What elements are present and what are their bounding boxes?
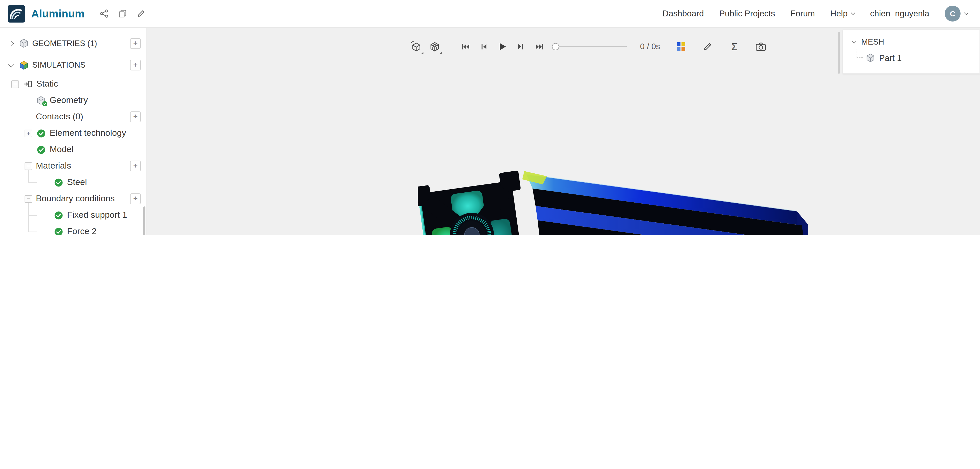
tree-connector xyxy=(857,49,863,58)
step-back-button[interactable] xyxy=(476,39,492,54)
tree-item-static[interactable]: − Static xyxy=(0,76,146,92)
tree-item-element-technology[interactable]: + Element technology xyxy=(0,125,146,141)
share-icon[interactable] xyxy=(100,9,109,18)
expand-icon[interactable]: + xyxy=(25,129,32,137)
legend-colormap-button[interactable] xyxy=(673,39,689,54)
model-3d-render[interactable] xyxy=(418,163,812,234)
part-label: Part 1 xyxy=(879,53,902,63)
chevron-down-icon xyxy=(851,11,855,15)
tree-section-simulations[interactable]: SIMULATIONS + xyxy=(0,54,146,76)
time-display: 0 / 0s xyxy=(640,42,660,51)
app-window: Aluminum Dashboard Public Projects Forum… xyxy=(0,0,980,234)
check-circle-icon xyxy=(53,210,64,220)
view-orientation-button[interactable] xyxy=(409,39,424,54)
play-button[interactable] xyxy=(495,39,510,54)
nav-forum[interactable]: Forum xyxy=(791,9,815,18)
nav-username[interactable]: chien_nguyenla xyxy=(870,9,929,18)
user-menu[interactable]: C xyxy=(945,6,968,22)
statistics-sigma-button[interactable]: Σ xyxy=(727,39,742,54)
tree-item-model[interactable]: Model xyxy=(0,141,146,158)
add-contact-button[interactable]: + xyxy=(130,112,141,122)
collapse-icon[interactable]: − xyxy=(25,162,32,170)
chevron-right-icon[interactable] xyxy=(7,39,15,47)
tree: GEOMETRIES (1) + SIMULATIONS + − Static xyxy=(0,33,146,234)
simulation-tree-sidebar: GEOMETRIES (1) + SIMULATIONS + − Static xyxy=(0,28,146,234)
nav-help-label: Help xyxy=(830,9,848,18)
check-circle-icon xyxy=(53,227,64,234)
app-logo-icon[interactable] xyxy=(7,4,25,23)
viewer-scrollbar[interactable] xyxy=(838,32,840,74)
collapse-icon[interactable]: − xyxy=(11,80,19,88)
chevron-down-icon[interactable] xyxy=(7,61,15,69)
project-title: Aluminum xyxy=(31,8,85,20)
timeline-slider[interactable] xyxy=(552,39,627,54)
probe-pencil-button[interactable] xyxy=(700,39,715,54)
skip-to-start-button[interactable] xyxy=(458,39,473,54)
step-forward-button[interactable] xyxy=(513,39,528,54)
add-geometry-button[interactable]: + xyxy=(130,38,141,49)
dropdown-caret-icon xyxy=(422,52,423,54)
tree-connector xyxy=(28,170,29,182)
static-analysis-icon xyxy=(22,79,33,89)
skip-to-end-button[interactable] xyxy=(531,39,547,54)
add-boundary-condition-button[interactable]: + xyxy=(130,193,141,204)
tree-item-steel[interactable]: Steel xyxy=(0,174,146,191)
viewer-toolbar: 0 / 0s Σ xyxy=(409,39,768,54)
slider-track[interactable] xyxy=(552,46,627,47)
chevron-down-icon xyxy=(852,39,856,43)
screenshot-camera-button[interactable] xyxy=(753,39,768,54)
add-simulation-button[interactable]: + xyxy=(130,60,141,70)
copy-icon[interactable] xyxy=(119,9,127,18)
slider-knob[interactable] xyxy=(552,43,559,50)
chevron-down-icon xyxy=(964,11,969,15)
mesh-visibility-button[interactable] xyxy=(427,39,442,54)
edit-pencil-icon[interactable] xyxy=(137,9,146,18)
section-label: SIMULATIONS xyxy=(32,61,86,70)
tree-item-boundary-conditions[interactable]: − Boundary conditions + xyxy=(0,191,146,207)
viewport-3d[interactable]: 0 / 0s Σ xyxy=(146,28,980,234)
tree-connector xyxy=(28,215,37,216)
simulation-cube-icon xyxy=(18,60,29,70)
section-label: GEOMETRIES (1) xyxy=(32,39,97,48)
top-bar: Aluminum Dashboard Public Projects Forum… xyxy=(0,0,980,28)
tree-connector xyxy=(28,203,29,231)
dropdown-caret-icon xyxy=(440,52,442,54)
check-circle-icon xyxy=(36,144,46,155)
nav-public-projects[interactable]: Public Projects xyxy=(719,9,775,18)
part-cube-icon xyxy=(866,53,875,62)
tree-item-geometry[interactable]: Geometry xyxy=(0,92,146,108)
add-material-button[interactable]: + xyxy=(130,161,141,171)
nav-dashboard[interactable]: Dashboard xyxy=(663,9,704,18)
tree-connector xyxy=(28,231,37,232)
geometry-check-icon xyxy=(36,95,46,105)
sidebar-scrollbar[interactable] xyxy=(143,206,145,234)
geometry-cube-icon xyxy=(18,38,29,48)
scene-tree-part-1[interactable]: Part 1 xyxy=(843,50,980,66)
tree-item-materials[interactable]: − Materials + xyxy=(0,158,146,174)
collapse-icon[interactable]: − xyxy=(25,195,32,203)
mesh-section-header[interactable]: MESH xyxy=(843,34,980,50)
mesh-section-label: MESH xyxy=(861,37,884,46)
avatar[interactable]: C xyxy=(945,6,961,22)
nav-help-menu[interactable]: Help xyxy=(830,9,855,18)
tree-item-fixed-support-1[interactable]: Fixed support 1 xyxy=(0,207,146,223)
tree-section-geometries[interactable]: GEOMETRIES (1) + xyxy=(0,33,146,54)
tree-item-contacts[interactable]: Contacts (0) + xyxy=(0,108,146,125)
tree-connector xyxy=(28,182,37,183)
check-circle-icon xyxy=(53,177,64,188)
check-circle-icon xyxy=(36,128,46,138)
tree-item-force-2[interactable]: Force 2 xyxy=(0,223,146,234)
scene-tree-panel: MESH Part 1 xyxy=(843,30,980,74)
